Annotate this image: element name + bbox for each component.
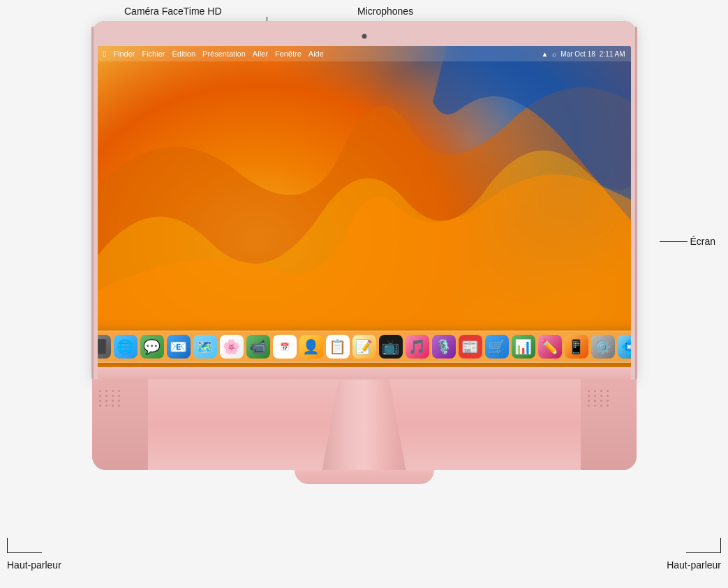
menubar-search: ⌕ bbox=[552, 50, 556, 58]
menubar-file: Fichier bbox=[142, 50, 165, 58]
dock-safari[interactable]: 🌐 bbox=[114, 335, 138, 359]
speaker-dot bbox=[105, 390, 107, 392]
menubar-left:  Finder Fichier Édition Présentation Al… bbox=[103, 49, 324, 59]
speaker-dot bbox=[594, 390, 596, 392]
dock-container: 🔍 ⬛ 🌐 💬 📧 🗺️ 🌸 📹 📅 👤 📋 📝 📺 🎵 🎙️ 📰 bbox=[98, 331, 631, 363]
speaker-dot bbox=[99, 390, 101, 392]
menubar-view: Présentation bbox=[202, 50, 246, 58]
foot bbox=[295, 470, 434, 484]
dock-news[interactable]: 📰 bbox=[459, 335, 482, 359]
menubar-window: Fenêtre bbox=[275, 50, 302, 58]
dock-notes[interactable]: 📝 bbox=[352, 335, 376, 359]
speaker-left-hline bbox=[7, 552, 42, 553]
screen-bezel:  Finder Fichier Édition Présentation Al… bbox=[92, 21, 637, 379]
dock-facetime[interactable]: 📹 bbox=[246, 335, 270, 359]
screen-line bbox=[660, 241, 688, 242]
speaker-dot bbox=[99, 395, 101, 397]
speaker-dot bbox=[594, 395, 596, 397]
speaker-dot bbox=[588, 400, 590, 402]
speaker-dot bbox=[105, 405, 107, 407]
wave-svg bbox=[98, 46, 631, 367]
speaker-left-label: Haut-parleur bbox=[7, 559, 61, 571]
dock-appstore[interactable]: 🛒 bbox=[485, 335, 509, 359]
screen-label: Écran bbox=[690, 236, 715, 247]
speaker-dot bbox=[594, 405, 596, 407]
camera-label: Caméra FaceTime HD bbox=[124, 6, 222, 17]
screen-left-edge bbox=[91, 27, 94, 379]
neck bbox=[322, 379, 406, 470]
menubar-time: 2:11 AM bbox=[600, 50, 625, 58]
dock-music[interactable]: 🎵 bbox=[406, 335, 429, 359]
speaker-right-label: Haut-parleur bbox=[667, 559, 721, 571]
speaker-left-dots bbox=[92, 379, 148, 417]
speaker-dot bbox=[118, 405, 120, 407]
dock-contacts[interactable]: 👤 bbox=[299, 335, 323, 359]
speaker-dot bbox=[600, 400, 602, 402]
dock-appletv[interactable]: 📺 bbox=[379, 335, 403, 359]
speaker-dot bbox=[118, 395, 120, 397]
dock-podcasts[interactable]: 🎙️ bbox=[432, 335, 456, 359]
dock-launchpad[interactable]: ⬛ bbox=[98, 335, 111, 359]
menubar-help: Aide bbox=[309, 50, 324, 58]
speaker-dot bbox=[118, 390, 120, 392]
speaker-dot bbox=[600, 390, 602, 392]
dock-photos[interactable]: 🌸 bbox=[220, 335, 244, 359]
speaker-dot bbox=[588, 395, 590, 397]
dock-settings[interactable]: ⚙️ bbox=[591, 335, 615, 359]
speaker-dot bbox=[588, 405, 590, 407]
speaker-dot bbox=[105, 400, 107, 402]
speaker-dot bbox=[600, 395, 602, 397]
speaker-left bbox=[92, 379, 148, 470]
speaker-dot bbox=[600, 405, 602, 407]
menubar-right: ▲ ⌕ Mar Oct 18 2:11 AM bbox=[541, 50, 625, 58]
base-section bbox=[92, 379, 637, 470]
dock-screensaver[interactable]: 💠 bbox=[618, 335, 631, 359]
speaker-dot bbox=[99, 405, 101, 407]
menubar-wifi: ▲ bbox=[541, 50, 548, 58]
speaker-dot bbox=[112, 405, 114, 407]
menubar-finder: Finder bbox=[113, 50, 135, 58]
dock-reminders[interactable]: 📋 bbox=[326, 335, 350, 359]
dock-pages[interactable]: ✏️ bbox=[538, 335, 562, 359]
speaker-left-line bbox=[7, 538, 8, 553]
neck-shape bbox=[322, 379, 406, 470]
apple-menu:  bbox=[103, 49, 107, 59]
speaker-dot bbox=[118, 400, 120, 402]
dock-maps[interactable]: 🗺️ bbox=[193, 335, 217, 359]
dock-mail[interactable]: 📧 bbox=[167, 335, 191, 359]
camera-dot bbox=[362, 34, 366, 39]
dock-numbers[interactable]: 📊 bbox=[512, 335, 535, 359]
screen:  Finder Fichier Édition Présentation Al… bbox=[98, 46, 631, 367]
speaker-dot bbox=[112, 400, 114, 402]
speaker-right-dots bbox=[581, 379, 637, 417]
wallpaper bbox=[98, 46, 631, 367]
top-bar bbox=[98, 27, 631, 46]
speaker-dot bbox=[105, 395, 107, 397]
speaker-dot bbox=[99, 400, 101, 402]
speaker-dot bbox=[588, 390, 590, 392]
speaker-dot bbox=[112, 395, 114, 397]
speaker-dot bbox=[607, 390, 609, 392]
speaker-dot bbox=[112, 390, 114, 392]
speaker-dot bbox=[607, 405, 609, 407]
speaker-right bbox=[581, 379, 637, 470]
foot-section bbox=[92, 470, 637, 491]
base-body bbox=[92, 379, 637, 470]
speaker-dot bbox=[607, 395, 609, 397]
speaker-dot bbox=[607, 400, 609, 402]
speaker-dot bbox=[594, 400, 596, 402]
speaker-right-line bbox=[720, 538, 721, 553]
menubar:  Finder Fichier Édition Présentation Al… bbox=[98, 46, 631, 61]
imac:  Finder Fichier Édition Présentation Al… bbox=[92, 21, 637, 491]
dock-calendar[interactable]: 📅 bbox=[273, 335, 297, 359]
menubar-date: Mar Oct 18 bbox=[560, 50, 595, 58]
screen-right-edge bbox=[635, 27, 637, 379]
screen-chin bbox=[98, 367, 631, 379]
microphones-label: Microphones bbox=[357, 6, 413, 17]
speaker-right-hline bbox=[686, 552, 721, 553]
dock-freeform[interactable]: 📱 bbox=[565, 335, 588, 359]
dock[interactable]: 🔍 ⬛ 🌐 💬 📧 🗺️ 🌸 📹 📅 👤 📋 📝 📺 🎵 🎙️ 📰 bbox=[98, 331, 631, 363]
menubar-edit: Édition bbox=[172, 50, 195, 58]
dock-messages[interactable]: 💬 bbox=[140, 335, 164, 359]
menubar-go: Aller bbox=[253, 50, 268, 58]
